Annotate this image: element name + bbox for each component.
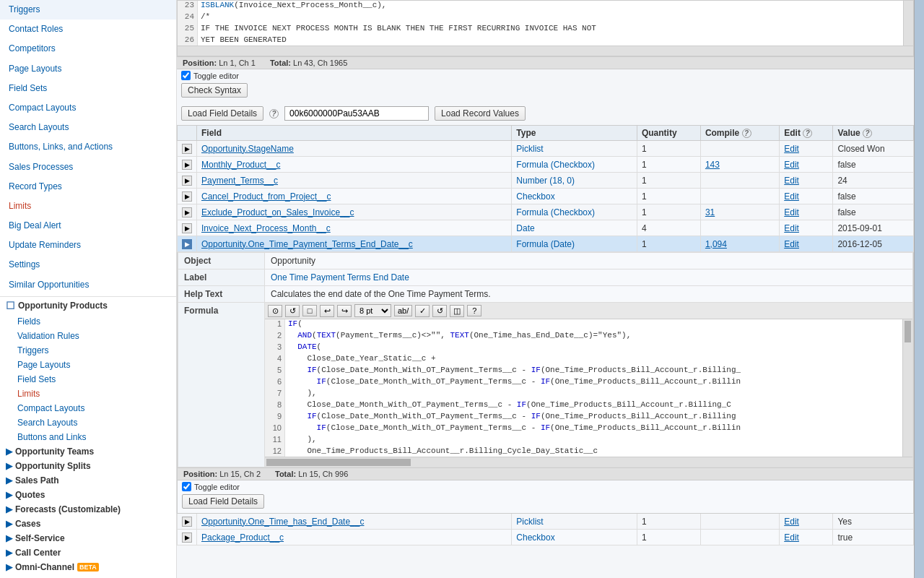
sidebar-subitem-field-sets[interactable]: Field Sets [0, 372, 176, 387]
field-link-row6[interactable]: Invoice_Next_Process_Month__c [201, 223, 331, 233]
sidebar-group-forecasts[interactable]: ▶ Forecasts (Customizable) [0, 502, 176, 517]
top-code-editor: 23 ISBLANK(Invoice_Next_Process_Month__c… [177, 0, 914, 56]
sidebar-group-sales-path[interactable]: ▶ Sales Path [0, 473, 176, 488]
opportunity-products-header[interactable]: ☐ Opportunity Products [0, 297, 176, 314]
toolbar-btn-undo[interactable]: ↩ [320, 305, 334, 317]
top-editor-scrollbar-h[interactable] [178, 46, 913, 56]
formula-toggle-checkbox[interactable] [182, 482, 191, 491]
edit-link-brow1[interactable]: Edit [784, 517, 799, 527]
sidebar-item-sales-processes[interactable]: Sales Processes [0, 158, 176, 177]
toolbar-btn-refresh[interactable]: ↺ [285, 305, 300, 317]
toggle-editor-checkbox[interactable] [181, 71, 191, 80]
formula-code-area: 1 IF( 2 AND(TEXT(Payment_Terms__c)<>"", … [265, 319, 912, 457]
content-area: 23 ISBLANK(Invoice_Next_Process_Month__c… [177, 0, 914, 578]
edit-link-row5[interactable]: Edit [784, 207, 799, 217]
toolbar-btn-table[interactable]: ◫ [450, 305, 464, 317]
sidebar-item-buttons-links-actions[interactable]: Buttons, Links, and Actions [0, 137, 176, 157]
edit-link-row1[interactable]: Edit [784, 144, 799, 154]
toolbar-btn-magnify[interactable]: ⊙ [268, 305, 282, 317]
sidebar-group-contracts[interactable]: ▶ Contracts [0, 574, 176, 578]
expand-btn-row7[interactable]: ▶ [182, 239, 192, 249]
sidebar-item-settings[interactable]: Settings [0, 255, 176, 275]
field-link-brow1[interactable]: Opportunity.One_Time_has_End_Date__c [201, 517, 364, 527]
load-field-details-button[interactable]: Load Field Details [181, 106, 263, 121]
sidebar-group-self-service[interactable]: ▶ Self-Service [0, 531, 176, 545]
edit-link-row3[interactable]: Edit [784, 176, 799, 186]
font-size-select[interactable]: 8 pt 10 pt 12 pt [354, 304, 391, 317]
expand-btn-row1[interactable]: ▶ [182, 144, 192, 154]
edit-link-row6[interactable]: Edit [784, 223, 799, 233]
check-syntax-button[interactable]: Check Syntax [181, 83, 248, 98]
edit-link-row2[interactable]: Edit [784, 160, 799, 170]
sidebar-subitem-page-layouts[interactable]: Page Layouts [0, 358, 176, 372]
expand-btn-brow2[interactable]: ▶ [182, 532, 192, 543]
sidebar-subitem-fields[interactable]: Fields [0, 314, 176, 329]
sidebar-item-update-reminders[interactable]: Update Reminders [0, 236, 176, 255]
edit-link-row7[interactable]: Edit [784, 239, 799, 249]
edit-help-icon[interactable]: ? [803, 129, 812, 138]
sidebar-group-opp-splits[interactable]: ▶ Opportunity Splits [0, 459, 176, 473]
value-help-icon[interactable]: ? [863, 129, 872, 138]
formula-load-field-details-button[interactable]: Load Field Details [182, 494, 264, 509]
expand-btn-row6[interactable]: ▶ [182, 223, 192, 233]
formula-line-12: 12 One_Time_Products_Bill_Account__r.Bil… [265, 447, 902, 457]
type-cell-row7: Formula (Date) [512, 236, 637, 252]
formula-scrollbar-h[interactable] [265, 457, 912, 467]
load-record-values-button[interactable]: Load Record Values [435, 106, 526, 121]
sidebar-group-omni-channel[interactable]: ▶ Omni-Channel BETA [0, 560, 176, 574]
sidebar-item-page-layouts[interactable]: Page Layouts [0, 59, 176, 79]
expand-btn-row3[interactable]: ▶ [182, 176, 192, 186]
field-link-row7[interactable]: Opportunity.One_Time_Payment_Terms_End_D… [201, 239, 413, 249]
compile-help-icon[interactable]: ? [742, 129, 751, 138]
formula-line-11: 11 ), [265, 435, 902, 447]
sidebar-subitem-buttons-links[interactable]: Buttons and Links [0, 430, 176, 444]
field-link-row3[interactable]: Payment_Terms__c [201, 176, 278, 186]
sidebar-item-field-sets[interactable]: Field Sets [0, 79, 176, 98]
expand-btn-row5[interactable]: ▶ [182, 207, 192, 217]
field-link-brow2[interactable]: Package_Product__c [201, 532, 284, 543]
sidebar-subitem-compact-layouts[interactable]: Compact Layouts [0, 401, 176, 415]
record-id-input[interactable] [284, 106, 429, 121]
field-link-row4[interactable]: Cancel_Product_from_Project__c [201, 191, 331, 202]
sidebar-group-quotes[interactable]: ▶ Quotes [0, 488, 176, 502]
formula-status-bar: Position: Ln 15, Ch 2 Total: Ln 15, Ch 9… [178, 467, 913, 480]
field-link-row2[interactable]: Monthly_Product__c [201, 160, 280, 170]
sidebar-item-record-types[interactable]: Record Types [0, 177, 176, 197]
sidebar-group-call-center[interactable]: ▶ Call Center [0, 545, 176, 560]
sidebar-item-compact-layouts[interactable]: Compact Layouts [0, 98, 176, 118]
sidebar-item-search-layouts[interactable]: Search Layouts [0, 118, 176, 137]
expand-btn-row4[interactable]: ▶ [182, 191, 192, 202]
sidebar-subitem-limits[interactable]: Limits [0, 387, 176, 401]
formula-code-content[interactable]: 1 IF( 2 AND(TEXT(Payment_Terms__c)<>"", … [265, 319, 902, 457]
value-cell-brow1: Yes [833, 514, 914, 530]
expand-btn-brow1[interactable]: ▶ [182, 517, 192, 527]
sidebar-item-big-deal-alert[interactable]: Big Deal Alert [0, 216, 176, 236]
field-link-row1[interactable]: Opportunity.StageName [201, 144, 294, 154]
edit-link-brow2[interactable]: Edit [784, 532, 799, 543]
sidebar-group-opp-teams[interactable]: ▶ Opportunity Teams [0, 444, 176, 459]
top-editor-scrollbar-v[interactable] [903, 1, 913, 46]
toolbar-btn-stop[interactable]: □ [302, 305, 317, 316]
field-link-row5[interactable]: Exclude_Product_on_Sales_Invoice__c [201, 207, 354, 217]
toolbar-btn-ab[interactable]: ab/ [394, 305, 412, 316]
sidebar-subitem-validation-rules[interactable]: Validation Rules [0, 329, 176, 343]
type-cell-row5: Formula (Checkbox) [512, 204, 637, 220]
sidebar-subitem-search-layouts[interactable]: Search Layouts [0, 415, 176, 430]
sidebar-item-similar-opportunities[interactable]: Similar Opportunities [0, 275, 176, 295]
load-field-help-icon[interactable]: ? [269, 109, 279, 118]
sidebar-subitem-triggers[interactable]: Triggers [0, 343, 176, 358]
sidebar-item-competitors[interactable]: Competitors [0, 39, 176, 59]
sidebar-item-triggers[interactable]: Triggers [0, 0, 176, 20]
toolbar-btn-check[interactable]: ✓ [415, 305, 430, 317]
edit-link-row4[interactable]: Edit [784, 191, 799, 202]
formula-scrollbar-v[interactable] [902, 319, 912, 457]
sidebar-item-limits[interactable]: Limits [0, 197, 176, 216]
sidebar-item-contact-roles[interactable]: Contact Roles [0, 20, 176, 39]
page-scrollbar-v[interactable] [914, 0, 924, 578]
toolbar-btn-loop[interactable]: ↺ [432, 305, 447, 317]
expand-btn-row2[interactable]: ▶ [182, 160, 192, 170]
load-field-details-row: Load Field Details ? Load Record Values [177, 102, 914, 125]
toolbar-btn-help[interactable]: ? [467, 305, 481, 316]
sidebar-group-cases[interactable]: ▶ Cases [0, 517, 176, 531]
toolbar-btn-redo[interactable]: ↪ [337, 305, 352, 317]
